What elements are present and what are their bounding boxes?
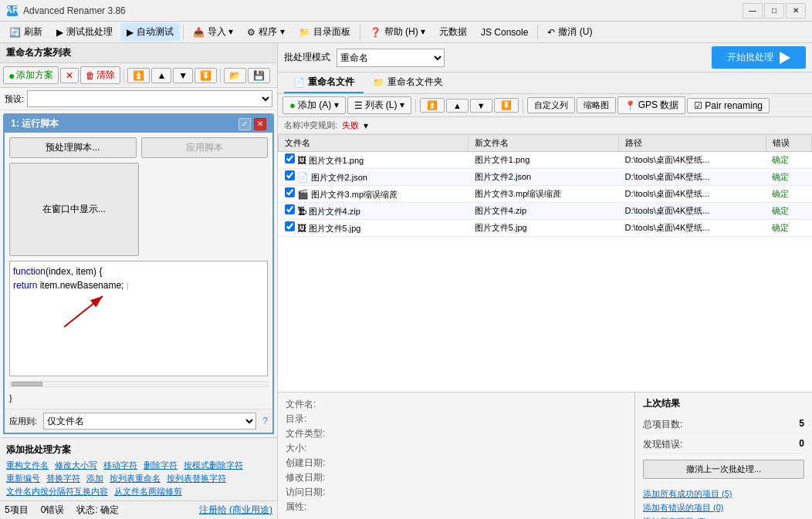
menu-auto-test[interactable]: ▶ 自动测试 [120, 23, 180, 41]
method-swap-delimiter[interactable]: 文件名内按分隔符互换内容 [6, 486, 108, 497]
method-links: 重构文件名 修改大小写 移动字符 删除字符 按模式删除字符 重新编号 替换字符 … [6, 460, 271, 497]
method-move-char[interactable]: 移动字符 [103, 460, 137, 471]
tab-rename-files[interactable]: 📄 重命名文件 [284, 72, 364, 93]
menu-help[interactable]: ❓ 帮助 (H) ▾ [364, 23, 431, 41]
move-top-files-btn[interactable]: ⏫ [420, 98, 445, 113]
row-checkbox[interactable] [285, 221, 295, 231]
move-bottom-files-btn[interactable]: ⏬ [494, 98, 519, 113]
menu-directory[interactable]: 📁 目录面板 [293, 23, 357, 41]
menu-import[interactable]: 📥 导入 ▾ [187, 23, 239, 41]
info-created: 创建日期: [286, 456, 627, 470]
method-renumber[interactable]: 重新编号 [6, 473, 40, 484]
menu-sep-3 [537, 25, 538, 40]
method-delete-char[interactable]: 删除字符 [144, 460, 178, 471]
move-up-files-btn[interactable]: ▲ [446, 99, 469, 113]
move-down-icon: ▼ [178, 70, 188, 81]
add-error-link[interactable]: 添加有错误的项目 (0) [643, 502, 804, 514]
method-trim[interactable]: 从文件名两端修剪 [114, 486, 182, 497]
row-checkbox[interactable] [285, 187, 295, 197]
add-scheme-button[interactable]: ● 添加方案 [3, 66, 59, 84]
register-link[interactable]: 注册给 (商业用途) [199, 504, 272, 517]
close-button[interactable]: ✕ [786, 3, 806, 19]
table-row[interactable]: 🖼 图片文件1.png 图片文件1.png D:\tools\桌面\4K壁纸..… [279, 152, 812, 169]
menu-js-console[interactable]: JS Console [475, 25, 534, 40]
refresh-icon: 🔄 [9, 27, 21, 38]
script-title: 1: 运行脚本 [11, 117, 59, 130]
table-row[interactable]: 🖼 图片文件5.jpg 图片文件5.jpg D:\tools\桌面\4K壁纸..… [279, 220, 812, 237]
h-scrollbar[interactable] [9, 381, 268, 387]
minimize-button[interactable]: — [743, 3, 763, 19]
clear-scheme-button[interactable]: 🗑 清除 [80, 66, 120, 84]
script-expand-button[interactable]: ✓ [239, 118, 251, 130]
maximize-button[interactable]: □ [764, 3, 784, 19]
code-editor[interactable]: function(index, item) { return item.newB… [9, 261, 268, 376]
batch-mode-select[interactable]: 重命名 [337, 49, 445, 67]
start-batch-button[interactable]: 开始批处理 [712, 46, 806, 69]
cell-filename: 🖼 图片文件5.jpg [279, 220, 469, 237]
cell-path: D:\tools\桌面\4K壁纸... [618, 203, 766, 220]
gps-button[interactable]: 📍 GPS 数据 [617, 96, 686, 114]
custom-col-button[interactable]: 自定义列 [527, 97, 575, 113]
tab-rename-folders[interactable]: 📁 重命名文件夹 [364, 72, 452, 93]
method-replace[interactable]: 替换字符 [46, 473, 80, 484]
test-icon: ▶ [56, 27, 63, 38]
table-row[interactable]: 🗜 图片文件4.zip 图片文件4.zip D:\tools\桌面\4K壁纸..… [279, 203, 812, 220]
method-add[interactable]: 添加 [86, 473, 103, 484]
menu-test-batch[interactable]: ▶ 测试批处理 [50, 23, 119, 41]
cell-filename: 🖼 图片文件1.png [279, 152, 469, 169]
method-case[interactable]: 修改大小写 [55, 460, 97, 471]
row-checkbox[interactable] [285, 170, 295, 180]
move-down-button[interactable]: ▼ [173, 68, 193, 83]
menu-metadata[interactable]: 元数据 [433, 23, 473, 41]
thumbnail-button[interactable]: 缩略图 [577, 97, 616, 113]
script-body: 预处理脚本... 应用脚本 在窗口中显示... function(index, … [5, 133, 272, 409]
menu-undo[interactable]: ↶ 撤消 (U) [541, 23, 598, 41]
move-down-files-btn[interactable]: ▼ [470, 99, 492, 113]
method-list-rename[interactable]: 按列表重命名 [110, 473, 161, 484]
table-row[interactable]: 🎬 图片文件3.mp缩误缩蔗 图片文件3.mp缩误缩蔗 D:\tools\桌面\… [279, 186, 812, 203]
add-all-link[interactable]: 添加所有项目 (5) [643, 516, 804, 519]
cell-filename: 🎬 图片文件3.mp缩误缩蔗 [279, 186, 469, 203]
info-panel: 文件名: 目录: 文件类型: 大小: 创建日期: 修改日期: 访问日期: 属性:… [278, 392, 812, 519]
ft-sep-1 [415, 99, 416, 113]
add-success-link[interactable]: 添加所有成功的项目 (5) [643, 488, 804, 500]
import-icon: 📥 [193, 27, 205, 38]
row-checkbox[interactable] [285, 153, 295, 163]
file-tab-icon: 📄 [293, 77, 305, 88]
preset-select[interactable] [27, 90, 272, 107]
save-scheme-button[interactable]: 💾 [248, 68, 270, 83]
folder-open-button[interactable]: 📂 [224, 68, 246, 83]
move-bottom-button[interactable]: ⏬ [195, 68, 217, 83]
svg-text:AR: AR [6, 5, 19, 15]
delete-scheme-button[interactable]: ✕ [60, 68, 79, 83]
menu-program[interactable]: ⚙ 程序 ▾ [241, 23, 290, 41]
script-close-button[interactable]: ✕ [254, 118, 266, 130]
move-up-button[interactable]: ▲ [151, 68, 171, 83]
move-top-button[interactable]: ⏫ [127, 68, 150, 83]
apply-select[interactable]: 仅文件名 [43, 413, 256, 430]
add-files-button[interactable]: ● 添加 (A) ▾ [283, 96, 346, 114]
menu-refresh[interactable]: 🔄 刷新 [3, 23, 49, 41]
auto-test-icon: ▶ [127, 27, 134, 38]
row-checkbox[interactable] [285, 204, 295, 214]
show-window-button[interactable]: 在窗口中显示... [9, 163, 139, 256]
toolbar-sep2 [220, 69, 221, 83]
pair-renaming-button[interactable]: ☑ Pair renaming [687, 98, 770, 113]
right-panel: 批处理模式 重命名 开始批处理 📄 重命名文件 📁 重命名文件夹 [278, 43, 812, 519]
undo-batch-button[interactable]: 撤消上一次批处理... [643, 460, 804, 479]
preset-row: 预设: [0, 88, 277, 110]
cell-status: 确定 [766, 220, 811, 237]
preprocess-button[interactable]: 预处理脚本... [9, 137, 137, 158]
list-button[interactable]: ☰ 列表 (L) ▾ [347, 96, 411, 114]
conflict-dropdown-icon: ▾ [364, 120, 368, 131]
method-pattern-delete[interactable]: 按模式删除字符 [184, 460, 243, 471]
table-row[interactable]: 📄 图片文件2.json 图片文件2.json D:\tools\桌面\4K壁纸… [279, 169, 812, 186]
cell-status: 确定 [766, 203, 811, 220]
code-line-2: return item.newBasename; | [13, 278, 264, 292]
move-up-icon: ▲ [157, 70, 166, 81]
method-rebuild[interactable]: 重构文件名 [6, 460, 49, 471]
method-list-replace[interactable]: 按列表替换字符 [167, 473, 226, 484]
apply-script-button[interactable]: 应用脚本 [141, 137, 269, 158]
help-circle-icon[interactable]: ? [262, 416, 268, 426]
batch-mode-label: 批处理模式 [284, 51, 330, 64]
